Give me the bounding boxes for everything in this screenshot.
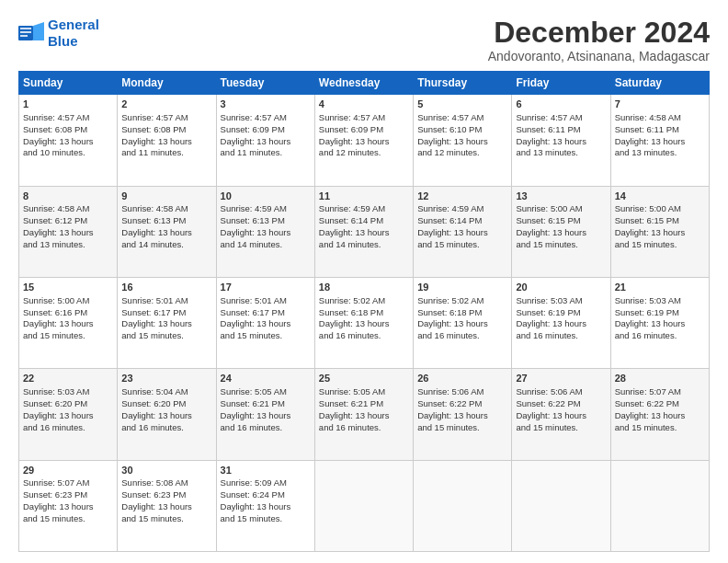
sunrise-text: Sunrise: 4:58 AM	[615, 112, 681, 122]
day-number: 29	[23, 464, 113, 477]
sunset-text: Sunset: 6:23 PM	[121, 489, 186, 500]
calendar-cell: 23Sunrise: 5:04 AMSunset: 6:20 PMDayligh…	[118, 369, 216, 460]
sunset-text: Sunset: 6:15 PM	[615, 215, 679, 225]
daylight-minutes-text: and 15 minutes.	[516, 422, 578, 432]
sunset-text: Sunset: 6:08 PM	[23, 124, 87, 134]
sunrise-text: Sunrise: 5:04 AM	[121, 386, 188, 396]
sunrise-text: Sunrise: 5:03 AM	[615, 295, 681, 305]
calendar-cell: 26Sunrise: 5:06 AMSunset: 6:22 PMDayligh…	[414, 369, 512, 460]
calendar-header-sunday: Sunday	[19, 72, 118, 95]
sunrise-text: Sunrise: 5:05 AM	[221, 386, 287, 396]
daylight-text: Daylight: 13 hours	[319, 227, 390, 237]
daylight-text: Daylight: 13 hours	[221, 136, 291, 146]
sunset-text: Sunset: 6:17 PM	[121, 307, 186, 317]
daylight-text: Daylight: 13 hours	[417, 318, 488, 328]
calendar-cell	[512, 460, 610, 551]
svg-rect-3	[20, 31, 31, 33]
day-number: 25	[319, 372, 409, 385]
daylight-text: Daylight: 13 hours	[121, 318, 192, 328]
sunrise-text: Sunrise: 5:05 AM	[319, 386, 385, 396]
sunrise-text: Sunrise: 4:58 AM	[23, 203, 89, 213]
calendar-cell: 21Sunrise: 5:03 AMSunset: 6:19 PMDayligh…	[610, 277, 709, 368]
sunrise-text: Sunrise: 4:57 AM	[221, 112, 287, 122]
calendar-cell: 7Sunrise: 4:58 AMSunset: 6:11 PMDaylight…	[610, 95, 709, 186]
calendar-week-4: 22Sunrise: 5:03 AMSunset: 6:20 PMDayligh…	[19, 369, 710, 460]
sunrise-text: Sunrise: 4:57 AM	[23, 112, 89, 122]
sunset-text: Sunset: 6:23 PM	[23, 489, 87, 500]
sunrise-text: Sunrise: 4:59 AM	[417, 203, 483, 213]
day-number: 9	[121, 190, 211, 203]
sunrise-text: Sunrise: 5:03 AM	[23, 386, 89, 396]
daylight-minutes-text: and 13 minutes.	[23, 239, 85, 249]
logo-line1: General	[48, 17, 99, 32]
daylight-text: Daylight: 13 hours	[516, 410, 586, 420]
calendar-cell: 22Sunrise: 5:03 AMSunset: 6:20 PMDayligh…	[19, 369, 118, 460]
calendar-cell: 25Sunrise: 5:05 AMSunset: 6:21 PMDayligh…	[314, 369, 413, 460]
sunrise-text: Sunrise: 5:02 AM	[417, 295, 483, 305]
daylight-minutes-text: and 16 minutes.	[121, 422, 184, 432]
day-number: 10	[221, 190, 311, 203]
calendar-header-friday: Friday	[512, 72, 610, 95]
location: Andovoranto, Atsinanana, Madagascar	[488, 49, 710, 63]
daylight-text: Daylight: 13 hours	[121, 410, 192, 420]
calendar-cell: 1Sunrise: 4:57 AMSunset: 6:08 PMDaylight…	[19, 95, 118, 186]
daylight-text: Daylight: 13 hours	[221, 227, 291, 237]
day-number: 2	[121, 98, 211, 111]
calendar-cell: 2Sunrise: 4:57 AMSunset: 6:08 PMDaylight…	[118, 95, 216, 186]
sunset-text: Sunset: 6:13 PM	[121, 215, 186, 225]
sunrise-text: Sunrise: 5:00 AM	[23, 295, 89, 305]
calendar-cell: 3Sunrise: 4:57 AMSunset: 6:09 PMDaylight…	[216, 95, 314, 186]
daylight-text: Daylight: 13 hours	[23, 318, 94, 328]
day-number: 4	[319, 98, 409, 111]
calendar-cell: 27Sunrise: 5:06 AMSunset: 6:22 PMDayligh…	[512, 369, 610, 460]
daylight-minutes-text: and 14 minutes.	[319, 239, 381, 249]
daylight-minutes-text: and 16 minutes.	[319, 422, 381, 432]
sunrise-text: Sunrise: 5:06 AM	[417, 386, 483, 396]
daylight-minutes-text: and 12 minutes.	[319, 147, 381, 157]
day-number: 16	[121, 281, 211, 294]
calendar-cell: 14Sunrise: 5:00 AMSunset: 6:15 PMDayligh…	[610, 186, 709, 277]
sunrise-text: Sunrise: 5:08 AM	[121, 477, 188, 488]
day-number: 11	[319, 190, 409, 203]
daylight-text: Daylight: 13 hours	[221, 501, 291, 511]
daylight-minutes-text: and 15 minutes.	[23, 513, 85, 523]
daylight-minutes-text: and 13 minutes.	[516, 147, 578, 157]
daylight-minutes-text: and 14 minutes.	[121, 239, 184, 249]
daylight-minutes-text: and 11 minutes.	[221, 147, 283, 157]
daylight-text: Daylight: 13 hours	[615, 227, 686, 237]
sunset-text: Sunset: 6:21 PM	[319, 398, 383, 408]
sunset-text: Sunset: 6:17 PM	[221, 307, 285, 317]
calendar-header-wednesday: Wednesday	[314, 72, 413, 95]
daylight-minutes-text: and 15 minutes.	[516, 239, 578, 249]
daylight-text: Daylight: 13 hours	[417, 136, 488, 146]
sunset-text: Sunset: 6:11 PM	[615, 124, 679, 134]
logo-text: General Blue	[48, 17, 99, 50]
calendar-header-monday: Monday	[118, 72, 216, 95]
sunset-text: Sunset: 6:20 PM	[121, 398, 186, 408]
day-number: 31	[221, 464, 311, 477]
title-block: December 2024 Andovoranto, Atsinanana, M…	[488, 17, 710, 63]
daylight-minutes-text: and 10 minutes.	[23, 147, 85, 157]
calendar-cell: 20Sunrise: 5:03 AMSunset: 6:19 PMDayligh…	[512, 277, 610, 368]
daylight-minutes-text: and 16 minutes.	[319, 330, 381, 340]
day-number: 28	[615, 372, 705, 385]
sunset-text: Sunset: 6:19 PM	[615, 307, 679, 317]
day-number: 3	[221, 98, 311, 111]
sunrise-text: Sunrise: 4:57 AM	[516, 112, 582, 122]
sunrise-text: Sunrise: 4:57 AM	[319, 112, 385, 122]
sunset-text: Sunset: 6:14 PM	[319, 215, 383, 225]
day-number: 27	[516, 372, 606, 385]
day-number: 17	[221, 281, 311, 294]
sunset-text: Sunset: 6:24 PM	[221, 489, 285, 500]
calendar-cell: 29Sunrise: 5:07 AMSunset: 6:23 PMDayligh…	[19, 460, 118, 551]
day-number: 15	[23, 281, 113, 294]
sunrise-text: Sunrise: 5:03 AM	[516, 295, 582, 305]
calendar-week-2: 8Sunrise: 4:58 AMSunset: 6:12 PMDaylight…	[19, 186, 710, 277]
daylight-minutes-text: and 16 minutes.	[417, 330, 480, 340]
daylight-text: Daylight: 13 hours	[23, 227, 94, 237]
day-number: 7	[615, 98, 705, 111]
daylight-minutes-text: and 15 minutes.	[417, 422, 480, 432]
sunrise-text: Sunrise: 5:06 AM	[516, 386, 582, 396]
calendar-cell: 6Sunrise: 4:57 AMSunset: 6:11 PMDaylight…	[512, 95, 610, 186]
calendar-table: SundayMondayTuesdayWednesdayThursdayFrid…	[18, 71, 710, 552]
